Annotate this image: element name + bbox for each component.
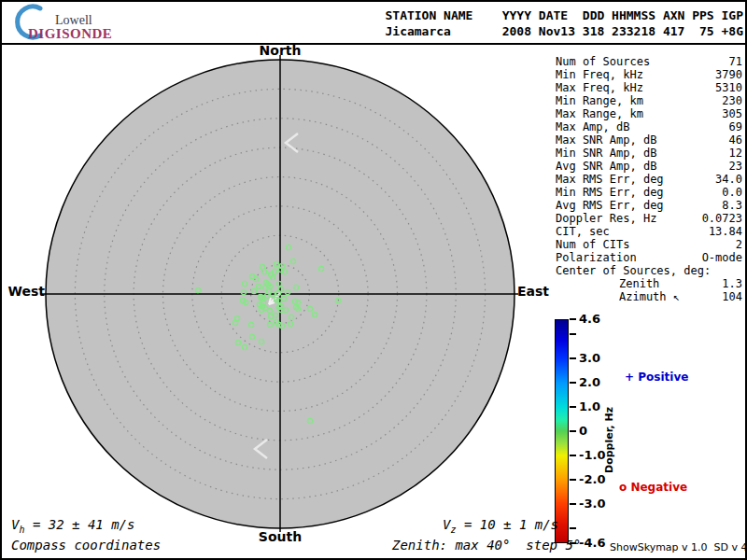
skymap-window: Lowell DIGISONDE STATION NAME YYYY DATE … xyxy=(0,0,747,560)
stat-value: 69 xyxy=(729,120,742,133)
stat-value: 104 xyxy=(722,290,742,303)
stat-row: Min Freq, kHz3790 xyxy=(556,68,742,81)
stat-row: Max Range, km305 xyxy=(556,107,742,120)
colorbar-tick xyxy=(570,318,576,320)
vertical-velocity-label: Vz = 10 ± 1 m/s xyxy=(443,517,558,535)
colorbar-tick-label: -3.0 xyxy=(579,497,605,511)
stat-value: 46 xyxy=(729,133,742,147)
colorbar-tick-label: 4.6 xyxy=(579,313,600,326)
stat-label: Max Freq, kHz xyxy=(556,81,643,94)
stat-value: 0.0723 xyxy=(702,212,742,225)
stat-label: Max Range, km xyxy=(556,107,643,120)
colorbar-tick-label: -2.0 xyxy=(579,473,605,486)
stat-value: 2 xyxy=(736,238,742,251)
stat-row: Azimuth ↖104 xyxy=(556,290,742,303)
stat-label: Num of Sources xyxy=(556,55,650,68)
colorbar-tick xyxy=(570,503,576,505)
stat-row: Num of CITs2 xyxy=(556,238,742,251)
stat-label: Max Amp, dB xyxy=(556,120,629,133)
stat-label: Min Range, km xyxy=(556,94,643,107)
stat-value: 34.0 xyxy=(715,173,742,186)
stat-label: Azimuth ↖ xyxy=(619,290,680,303)
statistics-panel: Num of Sources71Min Freq, kHz3790Max Fre… xyxy=(556,55,742,303)
colorbar-minor-tick xyxy=(570,333,576,335)
stat-value: 230 xyxy=(722,94,742,107)
stat-label: Center of Sources, deg: xyxy=(556,264,711,277)
stat-label: Doppler Res, Hz xyxy=(556,212,656,225)
stat-row: Avg RMS Err, deg8.3 xyxy=(556,199,742,212)
doppler-colorbar xyxy=(555,319,569,543)
stat-row: Zenith1.3 xyxy=(556,277,742,290)
stat-label: Zenith xyxy=(619,277,659,290)
stat-label: Avg RMS Err, deg xyxy=(556,199,664,212)
vz-value: = 10 ± 1 m/s xyxy=(456,517,558,532)
colorbar-tick xyxy=(570,382,576,384)
stat-row: Max SNR Amp, dB46 xyxy=(556,133,742,147)
stat-row: Center of Sources, deg: xyxy=(556,264,742,277)
stat-row: CIT, sec13.84 xyxy=(556,225,742,238)
negative-legend: o Negative xyxy=(619,481,687,494)
stat-label: Polarization xyxy=(556,251,637,264)
positive-legend: + Positive xyxy=(625,371,688,384)
compass-label-south: South xyxy=(259,529,302,544)
vh-value: = 32 ± 41 m/s xyxy=(24,517,134,532)
colorbar-tick xyxy=(570,357,576,359)
stat-label: Min Freq, kHz xyxy=(556,68,643,81)
colorbar-tick-label: 3.0 xyxy=(579,352,600,365)
stat-row: Min SNR Amp, dB12 xyxy=(556,147,742,160)
zenith-range-label: Zenith: max 40° step 5° xyxy=(392,538,581,553)
colorbar-tick-label: -1.0 xyxy=(579,449,605,462)
stat-value: 23 xyxy=(729,160,742,173)
stat-row: Min Range, km230 xyxy=(556,94,742,107)
program-version-label: ShowSkymap v 1.0 SD v 4.2 xyxy=(610,541,747,553)
stat-row: Avg SNR Amp, dB23 xyxy=(556,160,742,173)
horizontal-velocity-label: Vh = 32 ± 41 m/s xyxy=(11,517,134,535)
stat-value: 8.3 xyxy=(722,199,742,212)
stat-row: PolarizationO-mode xyxy=(556,251,742,264)
stat-value: O-mode xyxy=(702,251,742,264)
stat-value: 71 xyxy=(729,55,742,68)
stat-label: Min SNR Amp, dB xyxy=(556,147,656,160)
colorbar-minor-tick xyxy=(570,527,576,529)
station-header-row: STATION NAME YYYY DATE DDD HHMMSS AXN PP… xyxy=(385,8,743,22)
stat-label: Avg SNR Amp, dB xyxy=(556,160,656,173)
stat-row: Doppler Res, Hz0.0723 xyxy=(556,212,742,225)
compass-label-west: West xyxy=(6,284,45,299)
stat-row: Max RMS Err, deg34.0 xyxy=(556,173,742,186)
stat-row: Max Freq, kHz5310 xyxy=(556,81,742,94)
stat-value: 305 xyxy=(722,107,742,120)
stat-row: Min RMS Err, deg0.0 xyxy=(556,186,742,199)
station-info: STATION NAME YYYY DATE DDD HHMMSS AXN PP… xyxy=(385,7,743,39)
header-band: Lowell DIGISONDE STATION NAME YYYY DATE … xyxy=(2,2,747,45)
stat-row: Max Amp, dB69 xyxy=(556,120,742,133)
colorbar-tick xyxy=(570,430,576,432)
stat-label: Max RMS Err, deg xyxy=(556,173,664,186)
stat-value: 0.0 xyxy=(722,186,742,199)
stat-value: 1.3 xyxy=(722,277,742,290)
stat-label: Num of CITs xyxy=(556,238,629,251)
doppler-axis-label: Doppler, Hz xyxy=(603,407,615,473)
colorbar-tick xyxy=(570,455,576,456)
stat-label: Max SNR Amp, dB xyxy=(556,133,656,147)
colorbar-tick-label: 1.0 xyxy=(579,400,600,413)
colorbar-tick-label: -4.6 xyxy=(579,537,605,550)
colorbar-tick xyxy=(570,406,576,408)
station-value-row: Jicamarca 2008 Nov13 318 233218 417 75 +… xyxy=(385,24,743,38)
compass-label-east: East xyxy=(517,284,549,299)
logo-text-digisonde: DIGISONDE xyxy=(28,26,112,42)
colorbar-tick xyxy=(570,479,576,481)
stat-row: Num of Sources71 xyxy=(556,55,742,68)
stat-value: 3790 xyxy=(715,68,742,81)
stat-label: CIT, sec xyxy=(556,225,610,238)
stat-value: 12 xyxy=(729,147,742,160)
stat-value: 5310 xyxy=(715,81,742,94)
colorbar-tick-label: 2.0 xyxy=(579,376,600,389)
compass-label-north: North xyxy=(260,43,302,58)
stat-label: Min RMS Err, deg xyxy=(556,186,664,199)
coordinates-label: Compass coordinates xyxy=(11,538,161,553)
colorbar-tick-label: 0 xyxy=(579,425,587,438)
lowell-digisonde-logo: Lowell DIGISONDE xyxy=(9,4,159,43)
stat-value: 13.84 xyxy=(709,225,742,238)
